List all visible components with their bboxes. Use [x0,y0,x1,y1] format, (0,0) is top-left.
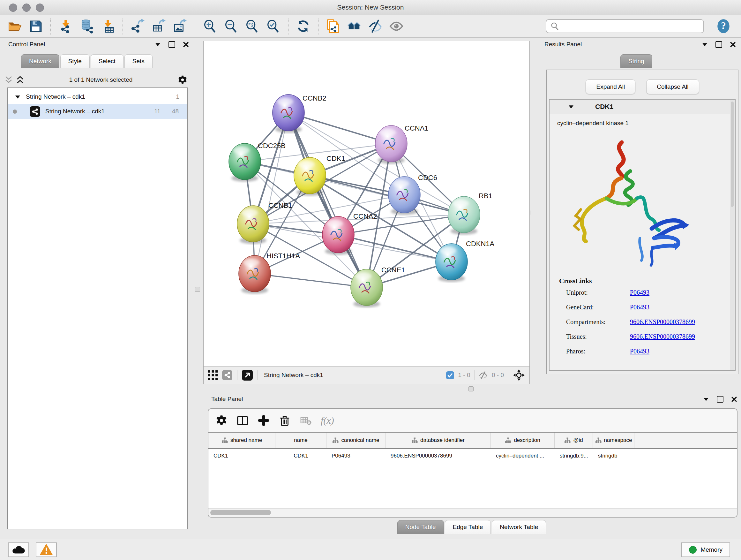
network-selected-status: 1 of 1 Network selected [27,76,174,83]
network-collection-row[interactable]: String Network – cdk1 1 [8,89,187,104]
network-mode-icon[interactable] [222,370,232,380]
memory-button[interactable]: Memory [681,543,730,557]
warnings-button[interactable] [36,543,57,557]
table-cell[interactable]: cyclin–dependent ... [491,449,555,463]
cloud-button[interactable] [8,543,29,557]
import-table-button[interactable] [98,17,118,36]
collapse-table-icon[interactable] [703,396,709,402]
table-cell[interactable]: stringdb:9... [555,449,593,463]
gene-section-header[interactable]: CDK1 [549,100,735,114]
tab-sets[interactable]: Sets [125,54,152,68]
search-field[interactable] [546,19,704,33]
zoom-selected-button[interactable] [264,17,283,36]
column-header-@id[interactable]: @id [555,433,593,448]
table-cell[interactable]: CDK1 [275,449,327,463]
network-view[interactable]: CCNB2CCNA1CDC25BCDK1CDC6RB1CCNB1CCNA2CDK… [203,41,530,384]
tab-network-table[interactable]: Network Table [492,520,546,534]
crosslink-link[interactable]: 9606.ENSP00000378699 [630,318,695,326]
close-results-icon[interactable] [730,42,736,48]
export-table-button[interactable] [149,17,169,36]
column-label: database identifier [420,437,465,443]
grid-mode-icon[interactable] [208,370,218,380]
maximize-window-icon[interactable] [36,3,44,12]
new-network-from-selection-button[interactable] [324,17,343,36]
results-scrollbar[interactable] [730,100,735,370]
hidden-eye-icon[interactable] [478,370,488,380]
zoom-out-button[interactable] [221,17,241,36]
table-tabs: Node TableEdge TableNetwork Table [203,520,741,534]
table-cell[interactable]: 9606.ENSP00000378699 [386,449,491,463]
save-session-button[interactable] [26,17,45,36]
column-label: shared name [230,437,262,443]
search-input[interactable] [562,22,699,30]
table-row[interactable]: CDK1CDK1P064939606.ENSP00000378699cyclin… [208,449,737,463]
delete-column-icon[interactable] [279,415,291,427]
crosslink-link[interactable]: P06493 [630,304,650,311]
close-window-icon[interactable] [9,3,17,12]
close-table-icon[interactable] [731,396,737,402]
table-options-gear-icon[interactable] [215,415,227,427]
scrollbar-thumb[interactable] [210,510,271,515]
left-splitter-handle[interactable] [195,287,200,292]
selected-checkbox-icon[interactable] [446,371,454,379]
tab-edge-table[interactable]: Edge Table [445,520,491,534]
collapse-results-icon[interactable] [702,42,708,48]
table-cell[interactable]: CDK1 [208,449,275,463]
tab-node-table[interactable]: Node Table [397,520,444,534]
collapse-all-button[interactable]: Collapse All [646,79,699,94]
column-header-namespace[interactable]: namespace [593,433,634,448]
detach-view-icon[interactable] [242,370,253,381]
gene-expander-icon[interactable] [568,104,574,110]
expand-all-networks-icon[interactable] [4,76,13,84]
svg-text:CDC25B: CDC25B [258,142,286,150]
add-column-icon[interactable] [258,415,270,427]
zoom-in-button[interactable] [200,17,219,36]
collection-expander-icon[interactable] [15,94,21,100]
collapse-all-networks-icon[interactable] [16,76,24,84]
help-button[interactable]: ? [716,18,731,35]
hide-selected-button[interactable] [366,17,385,36]
show-all-button[interactable] [387,17,406,36]
import-network-button[interactable] [56,17,75,36]
refresh-button[interactable] [293,17,313,36]
close-panel-icon[interactable] [183,42,189,48]
table-cell[interactable]: P06493 [327,449,386,463]
expand-all-button[interactable]: Expand All [586,79,635,94]
float-table-icon[interactable] [717,396,724,402]
float-panel-icon[interactable] [169,41,175,48]
crosslink-link[interactable]: P06493 [630,348,650,355]
tab-select[interactable]: Select [91,54,124,68]
column-header-database-identifier[interactable]: database identifier [386,433,491,448]
minimize-window-icon[interactable] [22,3,30,12]
collapse-panel-icon[interactable] [155,42,161,48]
open-session-button[interactable] [5,17,24,36]
window-title: Session: New Session [0,0,741,15]
network-options-gear-icon[interactable] [178,75,188,85]
network-view-footer: String Network – cdk1 1 - 0 0 - 0 [204,366,529,384]
table-cell[interactable]: stringdb [593,449,634,463]
node-table[interactable]: shared namenamecanonical namedatabase id… [208,432,737,508]
network-canvas[interactable]: CCNB2CCNA1CDC25BCDK1CDC6RB1CCNB1CCNA2CDK… [204,41,529,366]
export-network-button[interactable] [128,17,147,36]
first-neighbors-button[interactable] [345,17,364,36]
horizontal-splitter-handle[interactable] [468,386,474,391]
column-header-shared-name[interactable]: shared name [208,433,275,448]
tab-string[interactable]: String [620,54,652,68]
table-horizontal-scrollbar[interactable] [208,508,737,517]
crosslink-link[interactable]: 9606.ENSP00000378699 [630,333,695,340]
import-database-button[interactable] [77,17,96,36]
column-header-description[interactable]: description [491,433,555,448]
column-header-canonical-name[interactable]: canonical name [327,433,386,448]
birdseye-toggle-icon[interactable] [513,369,525,381]
search-icon [550,22,559,30]
tab-style[interactable]: Style [60,54,90,68]
tab-network[interactable]: Network [21,54,59,68]
float-results-icon[interactable] [716,41,722,48]
column-label: name [294,437,308,443]
crosslink-link[interactable]: P06493 [630,289,650,296]
network-row[interactable]: String Network – cdk1 11 48 [8,104,187,119]
export-image-button[interactable] [171,17,190,36]
column-header-name[interactable]: name [275,433,327,448]
show-columns-icon[interactable] [237,415,249,427]
zoom-fit-button[interactable] [243,17,262,36]
